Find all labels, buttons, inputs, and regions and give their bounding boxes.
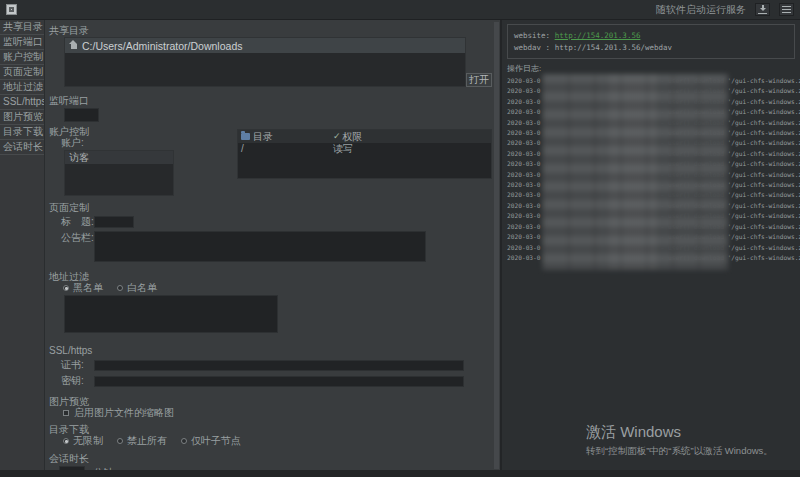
radio-label: 禁止所有	[127, 434, 167, 448]
website-box: website: http://154.201.3.56 webdav : ht…	[507, 24, 795, 59]
webdav-link[interactable]: http://154.201.3.56/webdav	[555, 43, 672, 52]
page-custom-label: 页面定制	[49, 202, 492, 213]
user-list[interactable]: 访客	[64, 150, 174, 196]
log-list: 2020-03-0- user() download '/gui-chfs-wi…	[502, 76, 800, 263]
addr-filter-textarea[interactable]	[64, 295, 278, 333]
log-panel: website: http://154.201.3.56 webdav : ht…	[500, 20, 800, 477]
webdav-label: webdav :	[514, 43, 550, 52]
privacy-blur-overlay	[542, 74, 728, 270]
window-bottom-edge	[0, 470, 800, 477]
share-dir-label: 共享目录	[49, 25, 492, 36]
radio-label: 仅叶子节点	[191, 434, 241, 448]
radio-icon	[181, 438, 187, 444]
radio-label: 无限制	[73, 434, 103, 448]
radio-icon	[63, 438, 69, 444]
permission-row[interactable]: / 读写	[238, 143, 491, 155]
addr-filter-options: 黑名单 白名单	[63, 282, 492, 294]
checkbox-icon[interactable]	[63, 410, 69, 416]
windows-watermark: 激活 Windows 转到“控制面板”中的“系统”以激活 Windows。	[586, 423, 773, 458]
open-button[interactable]: 打开	[466, 73, 492, 87]
app-icon	[6, 4, 17, 15]
key-label: 密钥:	[61, 374, 94, 388]
check-icon: ✓	[333, 130, 341, 143]
website-label: website:	[514, 31, 550, 40]
permission-table-header: 目录 ✓ 权限	[238, 130, 491, 143]
sidebar-item[interactable]: 目录下载	[0, 125, 44, 140]
sidebar-item[interactable]: 共享目录	[0, 20, 44, 35]
download-icon[interactable]	[755, 3, 770, 16]
watermark-subtitle: 转到“控制面板”中的“系统”以激活 Windows。	[586, 445, 773, 458]
addr-filter-option[interactable]: 黑名单	[63, 281, 103, 295]
account-sub-label: 账户:	[61, 137, 205, 148]
dir-download-label: 目录下载	[49, 424, 492, 435]
share-dir-list[interactable]: C:/Users/Administrator/Downloads	[64, 37, 466, 87]
sidebar-item[interactable]: 地址过滤	[0, 80, 44, 95]
home-icon	[69, 43, 78, 51]
watermark-title: 激活 Windows	[586, 423, 773, 442]
sidebar-item[interactable]: 监听端口	[0, 35, 44, 50]
col-dir-label: 目录	[253, 130, 273, 143]
menu-icon[interactable]	[779, 3, 794, 16]
title-input[interactable]	[94, 216, 134, 228]
col-perm-label: 权限	[343, 130, 363, 143]
thumbnail-checkbox-label: 启用图片文件的缩略图	[74, 406, 174, 420]
sidebar-item[interactable]: 账户控制	[0, 50, 44, 65]
sidebar-item[interactable]: 图片预览	[0, 110, 44, 125]
permission-table[interactable]: 目录 ✓ 权限 / 读写	[237, 129, 492, 179]
sidebar-nav: 共享目录 监听端口 账户控制 页面定制 地址过滤 SSL/https 图片预览 …	[0, 20, 45, 477]
dir-download-option[interactable]: 无限制	[63, 434, 103, 448]
scrollbar[interactable]	[494, 22, 499, 469]
dir-download-option[interactable]: 禁止所有	[117, 434, 167, 448]
autostart-label: 随软件启动运行服务	[656, 3, 746, 17]
sidebar-item[interactable]: SSL/https	[0, 95, 44, 110]
share-dir-path: C:/Users/Administrator/Downloads	[82, 40, 242, 52]
perm-dir-cell: /	[238, 143, 333, 155]
notice-label: 公告栏:	[61, 231, 94, 245]
user-item[interactable]: 访客	[65, 151, 173, 164]
perm-value-cell: 读写	[333, 143, 491, 155]
dir-download-option[interactable]: 仅叶子节点	[181, 434, 241, 448]
ssl-label: SSL/https	[49, 345, 492, 356]
dir-download-options: 无限制 禁止所有 仅叶子节点	[63, 435, 492, 447]
app-window: 随软件启动运行服务 共享目录 监听端口 账户控制 页面定制 地址过滤 SSL/h…	[0, 0, 800, 477]
addr-filter-option[interactable]: 白名单	[117, 281, 157, 295]
radio-label: 白名单	[127, 281, 157, 295]
radio-icon	[117, 285, 123, 291]
log-label: 操作日志:	[507, 63, 800, 74]
sidebar-item[interactable]: 会话时长	[0, 140, 44, 155]
cert-input[interactable]	[94, 360, 464, 371]
radio-icon	[63, 285, 69, 291]
thumbnail-checkbox-row[interactable]: 启用图片文件的缩略图	[63, 407, 492, 419]
radio-label: 黑名单	[73, 281, 103, 295]
titlebar: 随软件启动运行服务	[0, 0, 800, 20]
website-link[interactable]: http://154.201.3.56	[555, 31, 641, 40]
key-input[interactable]	[94, 376, 464, 387]
settings-form: 共享目录 C:/Users/Administrator/Downloads 打开…	[45, 20, 500, 477]
share-dir-item[interactable]: C:/Users/Administrator/Downloads	[65, 38, 465, 53]
notice-textarea[interactable]	[94, 231, 426, 262]
sidebar-item[interactable]: 页面定制	[0, 65, 44, 80]
title-label: 标 题:	[61, 215, 94, 229]
cert-label: 证书:	[61, 358, 94, 372]
folder-icon	[241, 133, 250, 140]
port-input[interactable]	[64, 108, 99, 122]
addr-filter-label: 地址过滤	[49, 271, 492, 282]
session-label: 会话时长	[49, 453, 492, 464]
port-label: 监听端口	[49, 95, 492, 106]
radio-icon	[117, 438, 123, 444]
